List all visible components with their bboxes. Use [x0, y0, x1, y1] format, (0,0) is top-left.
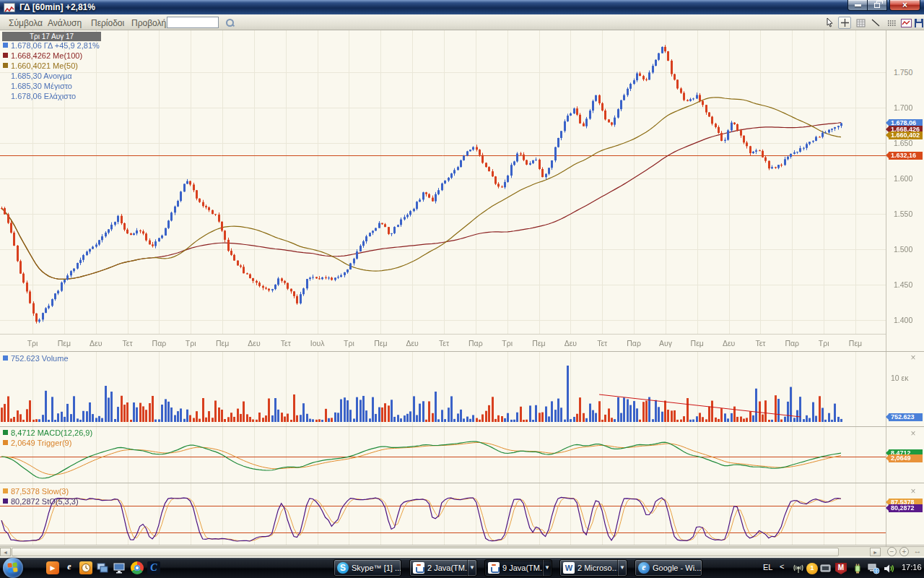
- x-axis-label: Δευ: [557, 339, 583, 348]
- window-titlebar[interactable]: ΓΔ [60min] +2,81% ×: [0, 0, 924, 14]
- word-icon: [563, 562, 575, 574]
- x-axis-label: Παρ: [146, 339, 172, 348]
- start-button[interactable]: [3, 558, 23, 578]
- taskbar-button-ie-5[interactable]: Google - Wi...: [635, 559, 702, 577]
- legend-swatch-icon: [3, 53, 8, 58]
- grid-tool-icon[interactable]: [854, 17, 867, 29]
- price-chart-canvas[interactable]: [0, 30, 886, 351]
- volume-chart-canvas[interactable]: [0, 352, 886, 426]
- restore-button[interactable]: [868, 0, 887, 11]
- y-axis-tick: 1.450: [894, 280, 912, 289]
- y-axis-tick: 1.600: [894, 174, 912, 183]
- chevron-down-icon[interactable]: ▼: [542, 560, 552, 576]
- volume-panel-close-icon[interactable]: ×: [909, 354, 918, 363]
- window-switcher-icon[interactable]: [96, 561, 109, 574]
- windows-logo-icon: [7, 562, 18, 573]
- macd-panel-close-icon[interactable]: ×: [909, 430, 918, 439]
- chrome-icon[interactable]: [131, 561, 144, 574]
- scroll-right-button[interactable]: ►: [870, 548, 881, 556]
- y-axis-tick: 1.400: [894, 316, 912, 324]
- scroll-left-button[interactable]: ◄: [0, 548, 11, 556]
- taskbar-button-word-4[interactable]: 2 Microso...▼: [559, 559, 627, 577]
- internet-explorer-icon[interactable]: [63, 561, 76, 574]
- clock[interactable]: 17:16: [902, 563, 922, 571]
- show-desktop-icon[interactable]: [113, 561, 126, 574]
- search-icon[interactable]: [225, 18, 235, 27]
- notification-badge-icon[interactable]: 1: [806, 563, 818, 574]
- trendline-tool-icon[interactable]: [869, 17, 882, 29]
- save-icon[interactable]: [912, 17, 924, 29]
- x-axis-label: Δευ: [83, 339, 109, 348]
- pointer-tool-icon[interactable]: [824, 17, 837, 29]
- legend-swatch-icon: [3, 43, 8, 48]
- zoom-fit-button[interactable]: ↔: [912, 547, 923, 556]
- taskbar-button-label: 2 Microso...: [578, 564, 617, 572]
- ma50-price-tag: 1.660,402: [889, 131, 923, 139]
- x-axis-label: Ιουλ: [305, 339, 331, 348]
- legend-swatch-icon: [3, 440, 8, 445]
- ie-icon: [638, 562, 650, 574]
- dashes-tool-icon[interactable]: [886, 17, 899, 29]
- menu-item-2[interactable]: Ανάλυση: [45, 17, 84, 30]
- crescent-app-icon[interactable]: C: [147, 561, 160, 574]
- x-axis-label: Παρ: [779, 339, 805, 348]
- taskbar-button-skype-1[interactable]: Skype™ [1] ...: [334, 559, 401, 577]
- taskbar-button-label: 2 Java(TM...: [427, 564, 467, 572]
- legend-swatch-icon: [3, 63, 8, 68]
- x-axis-label: Τετ: [589, 339, 615, 348]
- panel-separator: [0, 545, 924, 545]
- volume-legend-row: 752.623 Volume: [3, 353, 69, 363]
- stochastic-chart-canvas[interactable]: [0, 483, 886, 545]
- volume-value-tag: 752.623: [889, 413, 923, 421]
- panel-separator: [0, 426, 924, 427]
- chart-style-icon[interactable]: [899, 17, 912, 29]
- mcafee-icon[interactable]: M: [835, 563, 847, 574]
- minimize-button[interactable]: [847, 0, 868, 11]
- x-axis-label: Δευ: [399, 339, 425, 348]
- taskbar-button-java-3[interactable]: 9 Java(TM...▼: [484, 559, 552, 577]
- close-button[interactable]: ×: [889, 0, 920, 11]
- wireless-icon[interactable]: [793, 563, 804, 574]
- language-indicator[interactable]: EL: [763, 563, 772, 571]
- clock-app-icon[interactable]: [79, 561, 92, 574]
- search-input[interactable]: [167, 17, 219, 28]
- taskbar-button-label: Google - Wi...: [653, 564, 702, 572]
- zoom-in-button[interactable]: +: [899, 547, 909, 556]
- x-axis-label: Τρι: [19, 339, 45, 348]
- zoom-out-button[interactable]: −: [887, 547, 897, 556]
- stoch-panel-close-icon[interactable]: ×: [909, 488, 918, 496]
- display-tray-icon[interactable]: [820, 563, 832, 574]
- menu-item-1[interactable]: Σύμβολα: [6, 17, 45, 30]
- chevron-down-icon[interactable]: ▼: [467, 560, 476, 576]
- volume-tray-icon[interactable]: [884, 563, 895, 574]
- legend-swatch-icon: [3, 488, 8, 493]
- x-axis-label: Τετ: [273, 339, 299, 348]
- chevron-down-icon[interactable]: ▼: [617, 560, 627, 576]
- x-axis-label: Αυγ: [653, 339, 679, 348]
- price-legend-row: 1.678,06 ΓΔ +45,9 2,81%: [3, 40, 100, 50]
- x-axis-label: Πεμ: [684, 339, 710, 348]
- scrollbar-thumb[interactable]: [12, 548, 839, 556]
- menu-item-3[interactable]: Περίοδοι: [88, 17, 127, 30]
- macd-chart-canvas[interactable]: [0, 427, 886, 483]
- app-chart-icon: [4, 3, 15, 12]
- network-icon[interactable]: [868, 563, 879, 574]
- macd-legend-row: 8,4712 MACD(12,26,9): [3, 428, 92, 437]
- taskbar-button-java-2[interactable]: 2 Java(TM...▼: [409, 559, 477, 577]
- power-plug-icon[interactable]: [852, 563, 863, 574]
- panel-separator: [0, 351, 924, 352]
- x-axis-label: Πεμ: [209, 339, 235, 348]
- media-player-icon[interactable]: ▶: [46, 561, 59, 574]
- axis-divider: [886, 30, 886, 546]
- x-axis-label: Δευ: [241, 339, 267, 348]
- menu-item-4[interactable]: Προβολή: [128, 17, 169, 30]
- price-legend-row: 1.660,4021 Me(50): [3, 61, 78, 70]
- xaxis-line: [0, 334, 886, 335]
- java-icon: [413, 562, 424, 574]
- crosshair-tool-icon[interactable]: [838, 17, 851, 29]
- hline-price-tag: 1.632,16: [889, 152, 923, 160]
- minimize-icon: [855, 4, 861, 7]
- price-legend-row: 1.685,30 Μέγιστο: [3, 81, 72, 90]
- tray-expand-icon[interactable]: <: [780, 562, 784, 571]
- window-title: ΓΔ [60min] +2,81%: [19, 2, 95, 12]
